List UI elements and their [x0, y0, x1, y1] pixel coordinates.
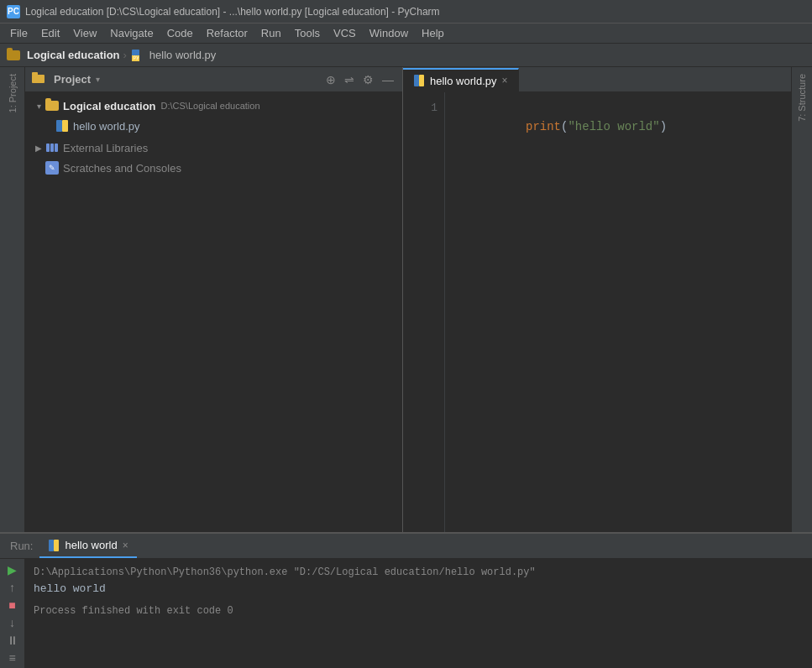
tree-arrow-root: ▾: [32, 99, 45, 112]
svg-rect-11: [419, 75, 424, 86]
breadcrumb: Logical education › py hello world.py: [0, 44, 812, 67]
window-title: Logical education [D:\CS\Logical educati…: [25, 6, 440, 18]
breadcrumb-file[interactable]: hello world.py: [149, 49, 217, 61]
svg-rect-9: [55, 144, 58, 152]
svg-text:py: py: [133, 54, 139, 60]
tree-arrow-ext: ▶: [32, 141, 45, 154]
svg-rect-5: [56, 120, 62, 132]
menu-help[interactable]: Help: [415, 23, 451, 44]
tree-extlibs-icon: [45, 141, 59, 154]
panel-header: Project ▾ ⊕ ⇌ ⚙ —: [25, 67, 402, 92]
svg-rect-3: [32, 75, 45, 83]
run-tab[interactable]: hello world ×: [39, 535, 136, 558]
tree-py-icon: [55, 119, 69, 133]
tree-extlibs-label: External Libraries: [63, 142, 148, 154]
run-stop-btn[interactable]: ■: [3, 598, 22, 612]
project-side-strip[interactable]: 1: Project: [0, 67, 25, 532]
run-label: Run:: [7, 540, 36, 552]
tree-root-path: D:\CS\Logical education: [161, 101, 260, 111]
project-tree: ▾ Logical education D:\CS\Logical educat…: [25, 92, 402, 532]
run-tab-label: hello world: [65, 539, 117, 551]
code-line-1: print("hello world"): [455, 99, 791, 154]
structure-side-strip[interactable]: 7: Structure: [791, 67, 812, 532]
menu-vcs[interactable]: VCS: [327, 23, 363, 44]
tree-scratches-label: Scratches and Consoles: [63, 162, 181, 175]
tab-close-btn[interactable]: ×: [502, 75, 508, 86]
svg-rect-12: [49, 540, 54, 551]
run-output-text: hello world: [34, 581, 804, 598]
tree-scratches-icon: ✎: [45, 161, 59, 175]
run-exit-text: Process finished with exit code 0: [34, 603, 804, 619]
svg-rect-4: [32, 72, 38, 76]
run-rerun-btn[interactable]: ≡: [3, 650, 22, 665]
svg-rect-13: [54, 540, 59, 551]
run-tab-icon: [48, 540, 60, 551]
project-panel: Project ▾ ⊕ ⇌ ⚙ — ▾ Logical education D:…: [25, 67, 403, 532]
run-pause-btn[interactable]: ⏸: [3, 633, 22, 647]
bottom-tabs: Run: hello world ×: [0, 534, 812, 559]
breadcrumb-separator: ›: [123, 49, 127, 61]
tree-item-extlibs[interactable]: ▶ External Libraries: [25, 138, 402, 158]
line-number-1: 1: [403, 99, 437, 117]
bottom-panel: Run: hello world × ▶ ↑ ■ ↓ ⏸ ≡ D:\Applic…: [0, 532, 812, 668]
tree-root-label: Logical education: [63, 100, 156, 112]
menu-navigate[interactable]: Navigate: [103, 23, 160, 44]
panel-actions: ⊕ ⇌ ⚙ —: [324, 71, 396, 88]
svg-rect-8: [50, 144, 54, 152]
title-bar: PC Logical education [D:\CS\Logical educ…: [0, 0, 812, 23]
app-icon: PC: [7, 5, 20, 18]
tab-label: hello world.py: [430, 75, 497, 87]
run-controls: ▶ ↑ ■ ↓ ⏸ ≡: [0, 559, 25, 668]
code-editor[interactable]: 1 print("hello world"): [403, 92, 791, 532]
panel-minimize-btn[interactable]: —: [380, 71, 396, 88]
panel-title: Project: [54, 73, 91, 86]
run-scroll-up-btn[interactable]: ↑: [3, 580, 22, 594]
run-play-btn[interactable]: ▶: [3, 562, 22, 577]
code-string: "hello world": [568, 120, 659, 133]
menu-view[interactable]: View: [66, 23, 103, 44]
menu-code[interactable]: Code: [160, 23, 200, 44]
run-console: ▶ ↑ ■ ↓ ⏸ ≡ D:\Applications\Python\Pytho…: [0, 559, 812, 668]
tree-item-root[interactable]: ▾ Logical education D:\CS\Logical educat…: [25, 96, 402, 116]
editor-tabs: hello world.py ×: [403, 67, 791, 92]
svg-rect-10: [414, 75, 419, 86]
menu-tools[interactable]: Tools: [288, 23, 327, 44]
menu-edit[interactable]: Edit: [34, 23, 66, 44]
line-numbers: 1: [403, 92, 445, 532]
svg-rect-7: [46, 144, 50, 152]
run-output: D:\Applications\Python\Python36\python.e…: [25, 559, 812, 668]
tree-hello-label: hello world.py: [73, 120, 140, 133]
tree-item-hello[interactable]: hello world.py: [25, 116, 402, 136]
panel-settings-btn[interactable]: ⚙: [361, 71, 375, 88]
menu-refactor[interactable]: Refactor: [200, 23, 254, 44]
breadcrumb-project[interactable]: Logical education: [27, 49, 120, 61]
main-content: 1: Project Project ▾ ⊕ ⇌ ⚙ — ▾: [0, 67, 812, 532]
breadcrumb-folder-icon: [7, 50, 20, 60]
menu-file[interactable]: File: [3, 23, 34, 44]
menu-run[interactable]: Run: [254, 23, 288, 44]
breadcrumb-file-icon: py: [130, 49, 144, 62]
tab-file-icon: [413, 75, 425, 86]
panel-folder-icon: [32, 72, 45, 86]
project-strip-label[interactable]: 1: Project: [8, 67, 18, 119]
panel-dropdown-arrow[interactable]: ▾: [96, 75, 100, 84]
structure-strip-label[interactable]: 7: Structure: [797, 67, 807, 128]
editor-area: hello world.py × 1 print("hello world"): [403, 67, 791, 532]
code-close-paren: ): [660, 120, 667, 133]
run-scroll-down-btn[interactable]: ↓: [3, 615, 22, 629]
code-func-keyword: print: [526, 120, 561, 133]
tree-folder-open-icon: [45, 101, 59, 111]
code-content[interactable]: print("hello world"): [445, 92, 791, 532]
menu-window[interactable]: Window: [363, 23, 415, 44]
run-cmd-line: D:\Applications\Python\Python36\python.e…: [34, 564, 804, 581]
svg-rect-6: [62, 120, 68, 132]
panel-add-btn[interactable]: ⊕: [324, 71, 338, 88]
panel-sync-btn[interactable]: ⇌: [343, 71, 356, 88]
menu-bar: File Edit View Navigate Code Refactor Ru…: [0, 23, 812, 44]
tree-item-scratches[interactable]: ✎ Scratches and Consoles: [25, 158, 402, 178]
editor-tab-hello[interactable]: hello world.py ×: [403, 68, 519, 91]
run-tab-close[interactable]: ×: [123, 540, 128, 551]
